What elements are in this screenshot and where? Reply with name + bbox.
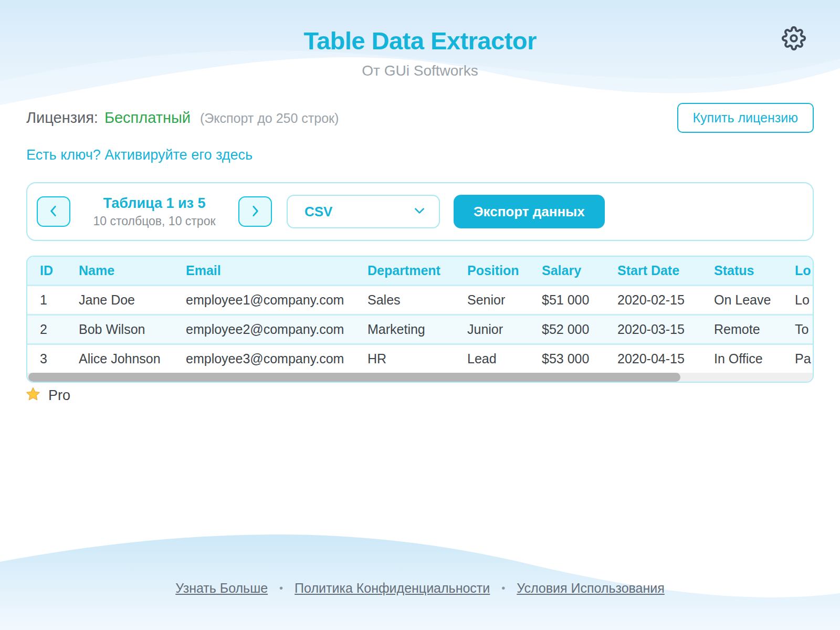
gear-icon xyxy=(782,44,806,52)
license-status: Лицензия: Бесплатный (Экспорт до 250 стр… xyxy=(26,109,339,127)
cell-status: Remote xyxy=(701,315,782,344)
cell-start-date: 2020-04-15 xyxy=(605,344,701,373)
cell-id: 2 xyxy=(27,315,66,344)
page-subtitle: От GUi Softworks xyxy=(0,62,840,79)
table-scroll-area: ID Name Email Department Position Salary… xyxy=(27,257,813,373)
column-header-salary: Salary xyxy=(529,257,605,286)
cell-position: Lead xyxy=(455,344,529,373)
chevron-right-icon xyxy=(248,204,262,219)
column-header-location: Lo xyxy=(782,257,813,286)
app-window: Table Data Extractor От GUi Softworks Ли… xyxy=(0,0,840,630)
cell-name: Jane Doe xyxy=(66,286,173,315)
license-limit-note: (Экспорт до 250 строк) xyxy=(200,111,339,126)
cell-email: employee1@company.com xyxy=(173,286,355,315)
terms-of-use-link[interactable]: Условия Использования xyxy=(517,581,664,596)
settings-button[interactable] xyxy=(781,26,806,51)
star-icon xyxy=(25,386,41,404)
column-header-email: Email xyxy=(173,257,355,286)
table-counter-meta: 10 столбцов, 10 строк xyxy=(70,214,238,228)
cell-salary: $52 000 xyxy=(529,315,605,344)
cell-email: employee2@company.com xyxy=(173,315,355,344)
export-format-select[interactable]: CSV xyxy=(287,195,440,228)
cell-department: Sales xyxy=(355,286,455,315)
cell-name: Alice Johnson xyxy=(66,344,173,373)
pro-badge: Pro xyxy=(25,386,70,404)
cell-status: In Office xyxy=(701,344,782,373)
export-data-button[interactable]: Экспорт данных xyxy=(454,195,605,228)
footer-separator: • xyxy=(501,582,505,594)
cell-location: Pa xyxy=(782,344,813,373)
cell-id: 3 xyxy=(27,344,66,373)
horizontal-scrollbar-track xyxy=(27,373,813,382)
cell-position: Senior xyxy=(455,286,529,315)
footer-separator: • xyxy=(279,582,283,594)
cell-location: Lo xyxy=(782,286,813,315)
chevron-left-icon xyxy=(47,204,60,219)
cell-location: To xyxy=(782,315,813,344)
data-table-card: ID Name Email Department Position Salary… xyxy=(26,256,814,383)
column-header-id: ID xyxy=(27,257,66,286)
cell-name: Bob Wilson xyxy=(66,315,173,344)
chevron-down-icon xyxy=(413,204,426,219)
table-row: 2 Bob Wilson employee2@company.com Marke… xyxy=(27,315,813,344)
table-header-row: ID Name Email Department Position Salary… xyxy=(27,257,813,286)
cell-start-date: 2020-02-15 xyxy=(605,286,701,315)
cell-start-date: 2020-03-15 xyxy=(605,315,701,344)
column-header-department: Department xyxy=(355,257,455,286)
cell-position: Junior xyxy=(455,315,529,344)
cell-status: On Leave xyxy=(701,286,782,315)
privacy-policy-link[interactable]: Политика Конфиденциальности xyxy=(295,581,490,596)
column-header-status: Status xyxy=(701,257,782,286)
table-row: 1 Jane Doe employee1@company.com Sales S… xyxy=(27,286,813,315)
next-table-button[interactable] xyxy=(238,196,272,227)
table-row: 3 Alice Johnson employee3@company.com HR… xyxy=(27,344,813,373)
cell-department: HR xyxy=(355,344,455,373)
horizontal-scrollbar-thumb[interactable] xyxy=(28,373,680,382)
export-format-value: CSV xyxy=(304,204,332,220)
column-header-start-date: Start Date xyxy=(605,257,701,286)
license-plan: Бесплатный xyxy=(104,109,191,127)
bottom-wave-decoration xyxy=(0,509,840,630)
app-header: Table Data Extractor От GUi Softworks xyxy=(0,26,840,79)
learn-more-link[interactable]: Узнать Больше xyxy=(175,581,268,596)
buy-license-button[interactable]: Купить лицензию xyxy=(677,103,814,133)
prev-table-button[interactable] xyxy=(37,196,70,227)
table-counter-title: Таблица 1 из 5 xyxy=(70,195,238,212)
column-header-position: Position xyxy=(455,257,529,286)
data-table: ID Name Email Department Position Salary… xyxy=(27,257,813,373)
license-row: Лицензия: Бесплатный (Экспорт до 250 стр… xyxy=(26,103,814,133)
cell-salary: $51 000 xyxy=(529,286,605,315)
table-counter: Таблица 1 из 5 10 столбцов, 10 строк xyxy=(70,195,238,228)
pro-badge-label: Pro xyxy=(48,387,70,404)
footer-links: Узнать Больше • Политика Конфиденциально… xyxy=(0,581,840,596)
cell-salary: $53 000 xyxy=(529,344,605,373)
activate-key-link[interactable]: Есть ключ? Активируйте его здесь xyxy=(26,147,253,163)
cell-department: Marketing xyxy=(355,315,455,344)
license-label: Лицензия: xyxy=(26,109,98,127)
cell-email: employee3@company.com xyxy=(173,344,355,373)
page-title: Table Data Extractor xyxy=(0,26,840,55)
column-header-name: Name xyxy=(66,257,173,286)
cell-id: 1 xyxy=(27,286,66,315)
table-toolbar: Таблица 1 из 5 10 столбцов, 10 строк CSV… xyxy=(26,182,814,241)
